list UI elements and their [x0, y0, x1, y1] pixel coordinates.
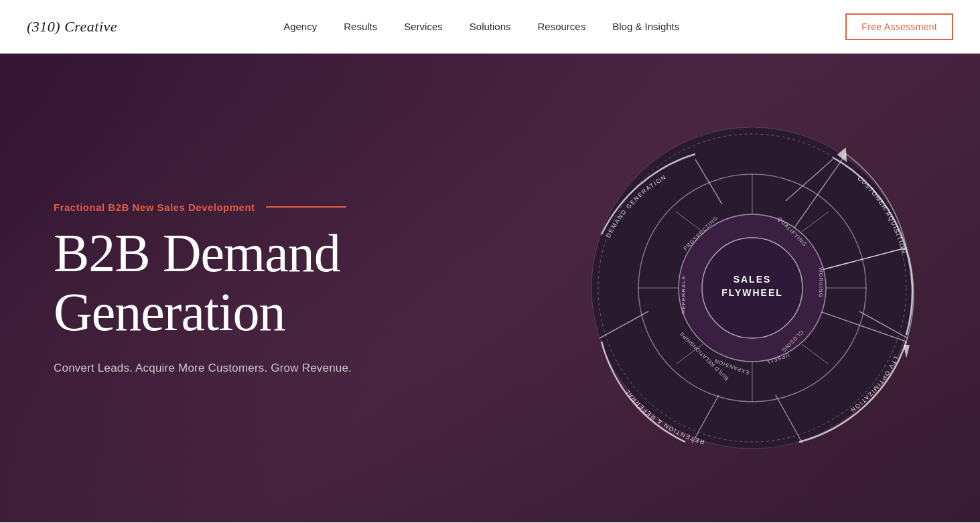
nav-item-solutions[interactable]: Solutions — [470, 21, 511, 33]
hero-section: Fractional B2B New Sales Development B2B… — [0, 54, 980, 522]
flywheel-label-working: WORKING — [818, 267, 824, 298]
nav-links: Agency Results Services Solutions Resour… — [283, 21, 679, 33]
svg-marker-20 — [904, 345, 910, 358]
flywheel-svg: SALES FLYWHEEL CUSTOMER AQUISITION LTV O… — [578, 114, 926, 462]
navbar: (310) Creative Agency Results Services S… — [0, 0, 980, 54]
nav-item-resources[interactable]: Resources — [538, 21, 586, 33]
nav-item-results[interactable]: Results — [344, 21, 377, 33]
flywheel-diagram: SALES FLYWHEEL CUSTOMER AQUISITION LTV O… — [578, 114, 926, 462]
hero-subtitle: Fractional B2B New Sales Development — [54, 202, 352, 213]
hero-content: Fractional B2B New Sales Development B2B… — [0, 202, 405, 375]
hero-title-line1: B2B Demand — [54, 224, 340, 283]
logo[interactable]: (310) Creative — [27, 18, 117, 35]
nav-item-services[interactable]: Services — [404, 21, 443, 33]
hero-subtitle-text: Fractional B2B New Sales Development — [54, 202, 255, 213]
nav-item-blog[interactable]: Blog & Insights — [612, 21, 679, 33]
flywheel-center-label2: FLYWHEEL — [721, 287, 783, 298]
logo-text: (310) Creative — [27, 18, 117, 35]
hero-subtitle-line — [266, 206, 346, 208]
hero-title-line2: Generation — [54, 283, 285, 342]
hero-title: B2B Demand Generation — [54, 224, 352, 342]
nav-item-agency[interactable]: Agency — [283, 21, 317, 33]
free-assessment-button[interactable]: Free Assessment — [845, 13, 953, 40]
flywheel-label-referrals: REFERRALS — [681, 275, 687, 313]
flywheel-center-label1: SALES — [733, 274, 772, 285]
hero-tagline: Convert Leads. Acquire More Customers. G… — [54, 362, 352, 375]
